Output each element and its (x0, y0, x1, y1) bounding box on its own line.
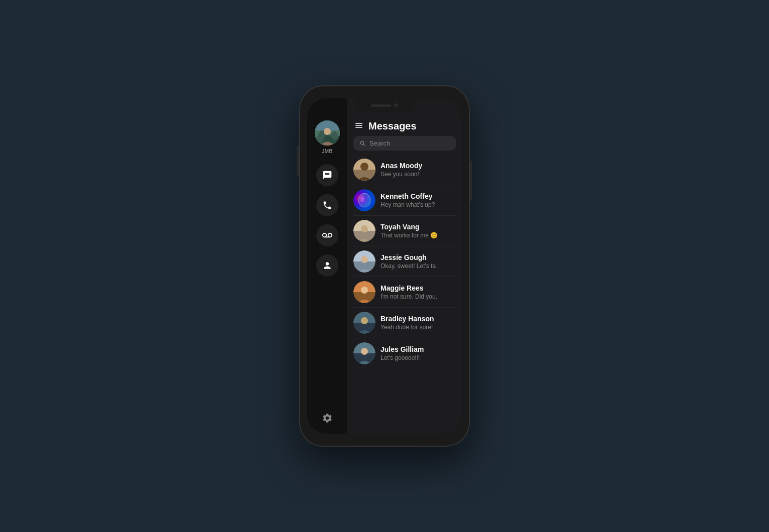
search-icon (359, 140, 366, 147)
message-preview: Yeah dude for sure! (380, 324, 456, 331)
avatar (353, 159, 375, 181)
message-info: Anas Moody See you soon! (380, 162, 456, 178)
header: Messages (347, 115, 462, 136)
sidebar-item-calls[interactable] (316, 194, 338, 216)
message-info: Bradley Hanson Yeah dude for sure! (380, 315, 456, 331)
notch (354, 98, 415, 112)
svg-point-25 (361, 348, 368, 355)
sidebar-nav (316, 164, 338, 413)
voicemail-icon (322, 230, 332, 240)
speaker (371, 104, 391, 107)
svg-point-19 (361, 287, 368, 294)
message-preview: That works for me 😊 (380, 232, 456, 239)
message-preview: See you soon! (380, 171, 456, 178)
contact-name: Jules Gilliam (380, 345, 456, 353)
message-preview: Hey man what's up? (380, 201, 456, 208)
svg-point-13 (361, 225, 368, 232)
contact-name: Anas Moody (380, 162, 456, 170)
front-camera (394, 103, 398, 107)
list-item[interactable]: Jules Gilliam Let's gooooo!!! (347, 338, 462, 368)
message-preview: I'm not sure. Did you. (380, 293, 456, 300)
sidebar-item-messages[interactable] (316, 164, 338, 186)
contact-name: Bradley Hanson (380, 315, 456, 323)
svg-point-22 (361, 317, 368, 324)
avatar (353, 281, 375, 303)
list-item[interactable]: Jessie Gough Okay, sweet! Let's ta (347, 246, 462, 277)
avatar (353, 189, 375, 211)
sidebar-item-voicemail[interactable] (316, 224, 338, 246)
avatar (353, 250, 375, 273)
phone-screen: JMB (307, 98, 462, 434)
user-profile[interactable]: JMB (315, 120, 340, 154)
message-info: Maggie Rees I'm not sure. Did you. (380, 284, 456, 300)
contact-name: Maggie Rees (380, 284, 456, 292)
avatar (315, 120, 340, 146)
gear-icon (322, 413, 333, 424)
message-info: Kenneth Coffey Hey man what's up? (380, 192, 456, 208)
avatar (353, 312, 375, 334)
avatar (353, 220, 375, 242)
avatar (353, 342, 375, 364)
chat-icon (322, 170, 332, 180)
search-bar[interactable]: Search (353, 136, 456, 151)
contact-name: Jessie Gough (380, 253, 456, 261)
settings-button[interactable] (322, 413, 333, 426)
svg-point-16 (361, 256, 368, 263)
phone-device: JMB (299, 85, 470, 447)
list-item[interactable]: Bradley Hanson Yeah dude for sure! (347, 308, 462, 338)
list-item[interactable]: Anas Moody See you soon! (347, 155, 462, 185)
contact-name: Kenneth Coffey (380, 192, 456, 200)
search-placeholder: Search (369, 140, 390, 147)
svg-point-4 (324, 128, 331, 135)
messages-list: Anas Moody See you soon! (347, 155, 462, 434)
sidebar: JMB (307, 98, 347, 434)
svg-point-10 (360, 196, 364, 202)
message-info: Toyah Vang That works for me 😊 (380, 223, 456, 239)
message-info: Jessie Gough Okay, sweet! Let's ta (380, 253, 456, 270)
contact-name: Toyah Vang (380, 223, 456, 231)
svg-point-9 (358, 193, 370, 207)
list-item[interactable]: Toyah Vang That works for me 😊 (347, 216, 462, 246)
message-info: Jules Gilliam Let's gooooo!!! (380, 345, 456, 361)
list-item[interactable]: Maggie Rees I'm not sure. Did you. (347, 277, 462, 307)
main-content: Messages Search (347, 98, 462, 434)
sidebar-item-contacts[interactable] (316, 254, 338, 277)
contacts-icon (322, 260, 332, 271)
list-item[interactable]: Kenneth Coffey Hey man what's up? (347, 185, 462, 215)
message-preview: Let's gooooo!!! (380, 354, 456, 361)
sidebar-username: JMB (322, 149, 333, 154)
page-title: Messages (368, 120, 417, 132)
message-preview: Okay, sweet! Let's ta (380, 262, 456, 270)
phone-icon (322, 200, 332, 210)
menu-icon[interactable] (354, 121, 363, 132)
svg-point-7 (360, 163, 368, 171)
